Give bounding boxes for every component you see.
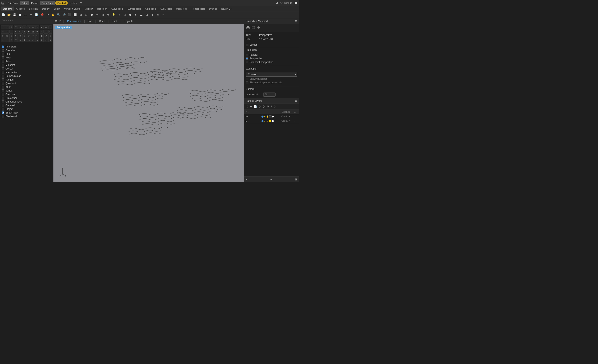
pen-tool-icon[interactable] xyxy=(256,25,261,31)
curve-tool[interactable]: ∿ xyxy=(1,30,5,34)
trim-tool[interactable]: ✂ xyxy=(1,38,5,42)
forward-arrow[interactable]: ↻ xyxy=(279,1,283,5)
layer-sun-icon-1[interactable]: ★ xyxy=(264,120,266,122)
snap-checkbox-point[interactable] xyxy=(2,60,4,63)
snap-checkbox-on-curve[interactable] xyxy=(2,93,4,96)
sweep-tool[interactable]: ☆ xyxy=(40,30,44,34)
snap-item-vertex[interactable]: Vertex xyxy=(2,89,52,93)
tab-item-transform[interactable]: Transform xyxy=(95,7,109,11)
flow-tool[interactable]: ↝ xyxy=(27,38,31,42)
one-shot-radio[interactable] xyxy=(2,49,4,52)
layer-lock-icon-1[interactable]: 🔒 xyxy=(266,120,269,122)
layer-render-dot-0[interactable] xyxy=(272,116,274,118)
back-arrow[interactable]: ◀ xyxy=(275,1,279,5)
zoom-sel-icon[interactable]: ⬜ xyxy=(72,12,78,17)
offset-tool[interactable]: ⊘ xyxy=(18,38,22,42)
tab-item-new-in-v7[interactable]: New in V7 xyxy=(219,7,233,11)
snap-checkbox-smarttrack[interactable] xyxy=(2,112,4,114)
viewport-icon-1[interactable]: ⊞ xyxy=(78,12,83,17)
light-icon[interactable]: 💡 xyxy=(111,12,116,17)
line-tool[interactable]: / xyxy=(9,25,13,29)
circle-icon[interactable]: ◎ xyxy=(100,12,105,17)
save-as-icon[interactable]: 📋 xyxy=(17,12,23,17)
snap-checkbox-on-polysurface[interactable] xyxy=(2,100,4,103)
layer-row-1[interactable]: La... ★ 🔒 Conti... ▾ … xyxy=(244,119,299,123)
arrow-up-icon[interactable]: ⬆ xyxy=(150,12,155,17)
layer-color-swatch-1[interactable] xyxy=(269,120,272,122)
sub-tool[interactable]: ⊘ xyxy=(48,25,52,29)
layer-sun-icon-0[interactable]: ★ xyxy=(264,115,266,118)
persistent-radio[interactable] xyxy=(2,45,4,48)
circle-select-tool[interactable]: ○ xyxy=(22,25,26,29)
tab-item-cplanes[interactable]: CPlanes xyxy=(14,7,27,11)
viewport-canvas[interactable]: Perspective xyxy=(53,24,244,182)
tab-item-render-tools[interactable]: Render Tools xyxy=(190,7,207,11)
snap-checkbox-intersection[interactable] xyxy=(2,71,4,74)
zoom-window-icon[interactable]: 🔍 xyxy=(56,12,61,17)
viewport-tab-top[interactable]: Top xyxy=(86,19,94,24)
undo-icon[interactable]: ↩ xyxy=(45,12,50,17)
snap-item-on-mesh[interactable]: On mesh xyxy=(2,104,52,107)
layer-icon-4[interactable]: ⬡ xyxy=(258,105,261,108)
snap-checkbox-quadrant[interactable] xyxy=(2,82,4,85)
tab-item-surface-tools[interactable]: Surface Tools xyxy=(125,7,143,11)
snap-item-knot[interactable]: Knot xyxy=(2,85,52,89)
tab-item-solid-tools[interactable]: Solid Tools xyxy=(143,7,158,11)
tab-item-visibility[interactable]: Visibility xyxy=(83,7,95,11)
zoom-out-icon[interactable]: 🔎 xyxy=(61,12,67,17)
one-shot-radio-row[interactable]: One shot xyxy=(2,49,52,52)
check-tool[interactable]: ✓ xyxy=(31,38,35,42)
detail-tool[interactable]: ⊛ xyxy=(48,34,52,38)
snap-checkbox-near[interactable] xyxy=(2,57,4,59)
snap-icon[interactable]: ⚯ xyxy=(94,12,100,17)
sphere-icon[interactable]: ● xyxy=(116,12,122,17)
scale-tool[interactable]: ⊞ xyxy=(5,34,9,38)
tab-item-set-view[interactable]: Set View xyxy=(27,7,40,11)
parallel-radio[interactable] xyxy=(246,54,248,56)
tab-item-standard[interactable]: Standard xyxy=(1,7,14,11)
save-icon[interactable]: 💾 xyxy=(12,12,17,17)
mirror-tool[interactable]: ⊟ xyxy=(9,34,13,38)
box-tool[interactable]: ⬡ xyxy=(9,30,13,34)
layers-gear-icon[interactable]: ⚙ xyxy=(295,99,297,103)
tab-item-subd-tools[interactable]: SubD Tools xyxy=(158,7,174,11)
align-tool[interactable]: ⊙ xyxy=(22,34,26,38)
add-layer-button[interactable]: + xyxy=(246,178,247,181)
snap-item-on-surface[interactable]: On surface xyxy=(2,96,52,100)
leader-tool[interactable]: ↗ xyxy=(44,34,48,38)
planar-button[interactable]: Planar xyxy=(30,1,39,5)
flower-icon[interactable]: ❋ xyxy=(155,12,160,17)
loft-tool[interactable]: ❋ xyxy=(35,30,39,34)
persistent-radio-row[interactable]: Persistent xyxy=(2,45,52,49)
wallpaper-select[interactable]: Choose... xyxy=(246,72,297,77)
parallel-radio-row[interactable]: Parallel xyxy=(246,53,297,56)
cut-icon[interactable]: ✂ xyxy=(28,12,34,17)
move-tool[interactable]: ⊕ xyxy=(1,34,5,38)
tab-item-drafting[interactable]: Drafting xyxy=(207,7,219,11)
snap-checkbox-on-surface[interactable] xyxy=(2,97,4,99)
locked-checkbox[interactable] xyxy=(246,44,249,46)
camera-icon[interactable] xyxy=(246,25,250,31)
tab-item-viewport-layout[interactable]: Viewport Layout xyxy=(62,7,83,11)
viewport-tab-back1[interactable]: Back xyxy=(97,19,107,24)
layer-more-1[interactable]: … xyxy=(294,120,298,122)
print-icon[interactable]: 🖨 xyxy=(23,12,28,17)
cloud-icon[interactable]: ☁ xyxy=(139,12,144,17)
sun-icon[interactable]: ☀ xyxy=(133,12,138,17)
viewport-maximize-icon[interactable]: □ xyxy=(59,19,62,23)
open-icon[interactable]: 📂 xyxy=(6,12,12,17)
lens-input[interactable] xyxy=(263,93,275,97)
layer-icon-3[interactable]: 📄 xyxy=(253,105,257,108)
layer-more-0[interactable]: … xyxy=(294,115,298,118)
render-mesh-icon[interactable]: ⬢ xyxy=(89,12,94,17)
surface-tool[interactable]: ⬢ xyxy=(27,30,31,34)
text-tool[interactable]: T xyxy=(31,34,35,38)
snap-checkbox-project[interactable] xyxy=(2,108,4,111)
lasso-tool[interactable]: ⬡ xyxy=(27,25,31,29)
snap-checkbox-knot[interactable] xyxy=(2,86,4,89)
copy-icon[interactable]: 📑 xyxy=(34,12,39,17)
viewport-grid-icon[interactable]: ⊞ xyxy=(54,19,58,23)
extra-tool[interactable]: ★ xyxy=(48,38,52,42)
tab-item-display[interactable]: Display xyxy=(40,7,51,11)
viewport-tab-back2[interactable]: Back xyxy=(110,19,119,24)
